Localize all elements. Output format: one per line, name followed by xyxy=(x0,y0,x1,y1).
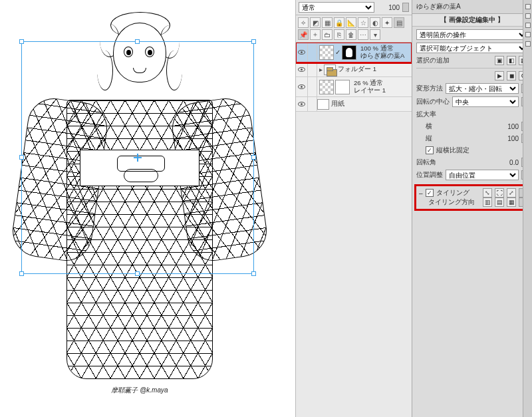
tiling-mode-2-icon[interactable]: ⛶ xyxy=(495,188,504,198)
artist-signature: 摩耶薫子 @k.maya xyxy=(111,386,168,395)
tool-link-icon[interactable]: ⎘ xyxy=(334,29,344,40)
tiling-mode-1-icon[interactable]: ⤡ xyxy=(483,188,492,198)
tiling-checkbox[interactable] xyxy=(426,189,434,197)
folder-expand-icon[interactable]: ▸ xyxy=(317,66,324,73)
tool-wand-icon[interactable]: ✧ xyxy=(298,17,309,28)
strip-btn-1[interactable] xyxy=(525,4,531,9)
layer-row-pattern[interactable]: ✓ 100 % 通常 ゆらぎ麻の葉A xyxy=(296,43,412,63)
tool-more-icon[interactable]: ▾ xyxy=(370,29,380,40)
paper-thumb xyxy=(317,99,329,110)
layer-opacity-value: 100 xyxy=(377,4,400,11)
scale-w-label: 横 xyxy=(426,122,432,131)
bbox-handle-br[interactable] xyxy=(251,271,256,276)
layer-opacity-stepper[interactable] xyxy=(402,3,409,12)
tool-lock-alpha-icon[interactable]: ▦ xyxy=(322,17,332,28)
transform-method-select[interactable]: 拡大・縮小・回転 xyxy=(446,83,519,94)
tool-clip-icon[interactable]: ◩ xyxy=(310,17,321,28)
bbox-handle-tl[interactable] xyxy=(19,39,24,44)
bbox-pivot[interactable] xyxy=(134,154,142,162)
layer-opacity-mode: 26 % 通常 xyxy=(354,80,412,87)
canvas-area[interactable]: … × 2202 … 21/27 (100.00 x 105.00mm 裏サイズ… xyxy=(0,0,296,417)
tool-delete-icon[interactable]: 🗑 xyxy=(346,29,356,40)
tool-lock-icon[interactable]: 🔒 xyxy=(334,17,344,28)
scale-h-label: 縦 xyxy=(426,134,432,143)
layer-opacity-mode: 100 % 通常 xyxy=(360,45,412,53)
layer-name: ゆらぎ麻の葉A xyxy=(360,53,412,60)
layer-name: レイヤー 1 xyxy=(354,87,412,94)
prop-panel-title: ゆらぎ麻の葉A xyxy=(412,0,532,14)
check-icon: ✓ xyxy=(335,49,340,56)
transform-bounding-box[interactable] xyxy=(21,41,254,274)
tool-new-folder-icon[interactable]: 🗀 xyxy=(322,29,332,40)
lock-cell[interactable] xyxy=(308,77,317,96)
transparent-area-select[interactable]: 透明箇所の操作 xyxy=(416,29,528,40)
scale-h-value: 100 xyxy=(493,135,519,142)
scale-w-value: 100 xyxy=(493,123,519,130)
add-sel-mode-2-icon[interactable]: ◧ xyxy=(507,56,516,65)
bbox-handle-tr[interactable] xyxy=(251,39,256,44)
tool-new-layer-icon[interactable]: ＋ xyxy=(310,29,321,40)
visibility-toggle[interactable] xyxy=(296,97,308,111)
rotation-center-select[interactable]: 中央 xyxy=(452,96,519,107)
bbox-handle-ml[interactable] xyxy=(19,155,24,160)
tool-ref-icon[interactable]: ☆ xyxy=(358,17,368,28)
layer-name: フォルダー 1 xyxy=(338,66,412,73)
position-select[interactable]: 自由位置 xyxy=(446,170,519,180)
tool-opts-icon[interactable]: ⋯ xyxy=(358,29,368,40)
bbox-handle-mr[interactable] xyxy=(251,155,256,160)
rotation-value: 0.0 xyxy=(493,159,519,166)
tiling-dir-both-icon[interactable]: ▦ xyxy=(507,198,516,207)
lock-cell[interactable] xyxy=(308,97,317,111)
add-selection-label: 選択の追加 xyxy=(416,56,450,65)
eye-icon xyxy=(298,84,305,89)
selectable-object-select[interactable]: 選択可能なオブジェクト xyxy=(416,43,528,53)
prop-section-header: 【 画像設定編集中 】 xyxy=(412,14,532,27)
tiling-dir-v-icon[interactable]: ▤ xyxy=(495,198,504,207)
tiling-section-highlight: – タイリング ⤡ ⛶ ⤢ タイリング方向 ▥ ▤ ▦ xyxy=(414,184,530,211)
eye-icon xyxy=(298,67,305,72)
visibility-toggle[interactable] xyxy=(296,43,308,62)
eye-icon xyxy=(298,102,305,106)
tiling-mode-3-icon[interactable]: ⤢ xyxy=(507,188,516,198)
bbox-handle-tm[interactable] xyxy=(135,39,140,44)
layer-panel: 通常 100 ✧ ◩ ▦ 🔒 📐 ☆ ◐ ✦ ▤ 📌 ＋ 🗀 ⎘ 🗑 ⋯ ▾ xyxy=(296,0,412,417)
bbox-handle-bl[interactable] xyxy=(19,271,24,276)
strip-btn-2[interactable] xyxy=(525,13,531,19)
scale-header: 拡大率 xyxy=(416,110,436,119)
layer-toolbar: ✧ ◩ ▦ 🔒 📐 ☆ ◐ ✦ ▤ 📌 ＋ 🗀 ⎘ 🗑 ⋯ ▾ xyxy=(296,15,412,43)
layer-row-folder1[interactable]: ▸ フォルダー 1 xyxy=(296,63,412,77)
layer-thumb-checker xyxy=(319,80,334,94)
tiling-dir-h-icon[interactable]: ▥ xyxy=(483,198,492,207)
tool-ruler-icon[interactable]: 📐 xyxy=(346,17,356,28)
lock-cell[interactable] xyxy=(308,63,317,76)
tiling-expand-icon[interactable]: – xyxy=(419,190,423,197)
layer-thumb xyxy=(335,80,350,94)
strip-btn-4[interactable] xyxy=(525,32,531,37)
layer-thumb-mask xyxy=(342,45,356,60)
keep-aspect-checkbox[interactable] xyxy=(426,146,434,154)
rotation-center-label: 回転の中心 xyxy=(416,97,450,106)
layer-name: 用紙 xyxy=(331,100,412,108)
transform-method-label: 変形方法 xyxy=(416,84,443,93)
layer-row-paper[interactable]: 用紙 xyxy=(296,97,412,112)
vertical-tool-strip xyxy=(523,0,532,417)
strip-btn-3[interactable] xyxy=(525,23,531,28)
lock-cell[interactable] xyxy=(308,43,317,62)
property-panel: ゆらぎ麻の葉A 【 画像設定編集中 】 透明箇所の操作 選択可能なオブジェクト … xyxy=(412,0,532,417)
add-sel-mode-1-icon[interactable]: ▣ xyxy=(495,56,504,65)
visibility-toggle[interactable] xyxy=(296,63,308,76)
keep-aspect-label: 縦横比固定 xyxy=(436,146,469,155)
canvas[interactable]: 摩耶薫子 @k.maya xyxy=(0,0,295,417)
visibility-toggle[interactable] xyxy=(296,77,308,96)
play-icon[interactable]: ▶ xyxy=(495,71,504,80)
tiling-label: タイリング xyxy=(436,188,469,198)
tool-mask-icon[interactable]: ◐ xyxy=(370,17,380,28)
tool-grid-icon[interactable]: ▤ xyxy=(394,17,404,28)
strip-btn-5[interactable] xyxy=(525,41,531,47)
layer-row-layer1[interactable]: 26 % 通常 レイヤー 1 xyxy=(296,77,412,97)
bbox-handle-bm[interactable] xyxy=(135,271,140,276)
tool-pin-icon[interactable]: 📌 xyxy=(298,29,309,40)
tool-effect-icon[interactable]: ✦ xyxy=(382,17,392,28)
blend-mode-select[interactable]: 通常 xyxy=(299,2,374,13)
stop-icon[interactable]: ◼ xyxy=(507,71,516,80)
